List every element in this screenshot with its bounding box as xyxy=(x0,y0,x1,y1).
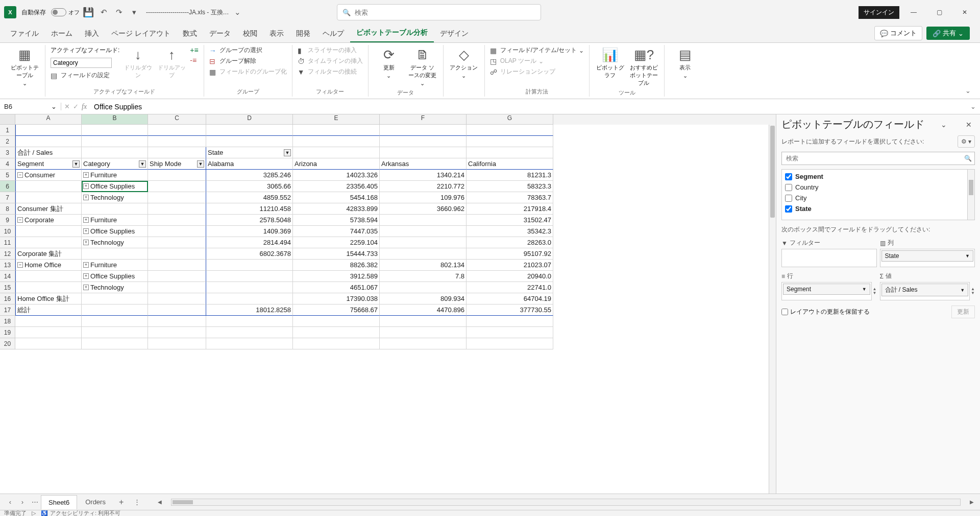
pivot-value[interactable]: 23356.405 xyxy=(293,181,380,192)
tab-data[interactable]: データ xyxy=(203,25,237,42)
scroll-thumb[interactable] xyxy=(770,126,775,218)
expand-icon[interactable]: + xyxy=(83,183,89,189)
dropzone-item[interactable]: State▼ xyxy=(881,250,974,262)
expand-icon[interactable]: + xyxy=(83,240,89,245)
cell[interactable] xyxy=(148,237,206,248)
share-button[interactable]: 🔗共有⌄ xyxy=(926,27,970,40)
col-header[interactable]: C xyxy=(148,114,206,125)
pivot-value[interactable]: 4651.067 xyxy=(293,282,380,293)
tab-options-icon[interactable]: ⋮ xyxy=(129,498,145,506)
pivot-value[interactable]: 217918.4 xyxy=(467,203,553,215)
field-checkbox[interactable] xyxy=(785,184,792,191)
cell[interactable] xyxy=(82,147,148,158)
pivot-value[interactable]: 64704.19 xyxy=(467,293,553,304)
field-row[interactable]: Segment xyxy=(782,171,967,182)
cell[interactable] xyxy=(15,136,82,147)
cell[interactable] xyxy=(148,136,206,147)
pivot-segment[interactable]: −Corporate xyxy=(15,215,82,226)
pivot-segment[interactable]: Corporate 集計 xyxy=(15,248,82,260)
cell[interactable] xyxy=(148,226,206,237)
sheet-prev-icon[interactable]: ‹ xyxy=(4,498,16,506)
pivot-value[interactable]: 3660.962 xyxy=(380,203,467,215)
row-header[interactable]: 13 xyxy=(0,260,15,271)
pivot-value[interactable]: 18012.8258 xyxy=(206,304,293,316)
pivot-value[interactable]: 14023.326 xyxy=(293,170,380,181)
row-header[interactable]: 18 xyxy=(0,316,15,327)
cell[interactable] xyxy=(148,293,206,304)
actions-button[interactable]: ◇アクション⌄ xyxy=(449,46,479,80)
minimize-icon[interactable]: ― xyxy=(902,4,925,20)
filter-drop-icon[interactable]: ▼ xyxy=(197,160,204,168)
col-header[interactable]: E xyxy=(293,114,380,125)
pivot-category[interactable]: +Office Supplies xyxy=(82,226,148,237)
cell[interactable] xyxy=(380,136,467,147)
pivot-segment[interactable]: Home Office 集計 xyxy=(15,293,82,304)
pivot-value[interactable]: 3912.589 xyxy=(293,271,380,282)
pivot-value[interactable]: 7.8 xyxy=(380,271,467,282)
pivot-segment[interactable] xyxy=(15,226,82,237)
pivot-value[interactable]: 2814.494 xyxy=(206,237,293,248)
cell[interactable] xyxy=(467,125,553,136)
cell[interactable] xyxy=(82,327,148,338)
collapse-icon[interactable]: − xyxy=(17,217,23,223)
cell[interactable] xyxy=(148,203,206,215)
rows-dropzone[interactable]: ≡行 Segment▼ ▲▼ xyxy=(781,270,877,300)
pivot-value[interactable] xyxy=(380,226,467,237)
cell[interactable] xyxy=(206,125,293,136)
pivot-col-field[interactable]: State ▼ xyxy=(206,147,293,158)
row-header[interactable]: 12 xyxy=(0,248,15,260)
cell[interactable] xyxy=(148,248,206,260)
pivot-value[interactable]: 20940.0 xyxy=(467,271,553,282)
pivot-value[interactable]: 5738.594 xyxy=(293,215,380,226)
pivot-row-field[interactable]: Ship Mode ▼ xyxy=(148,158,206,170)
dropzone-item[interactable]: Segment▼ xyxy=(783,284,870,295)
undo-icon[interactable]: ↶ xyxy=(97,6,110,19)
pivot-value[interactable]: 28263.0 xyxy=(467,237,553,248)
pivot-value[interactable] xyxy=(380,215,467,226)
pivot-value[interactable]: 2259.104 xyxy=(293,237,380,248)
pivot-value[interactable]: 75668.67 xyxy=(293,304,380,316)
expand-icon[interactable]: + xyxy=(83,285,89,290)
pivot-value[interactable]: 3065.66 xyxy=(206,181,293,192)
tab-insert[interactable]: 挿入 xyxy=(79,25,105,42)
close-icon[interactable]: ✕ xyxy=(953,4,976,20)
pivot-category[interactable]: +Furniture xyxy=(82,215,148,226)
cell[interactable] xyxy=(293,136,380,147)
pivot-col-label[interactable]: Alabama xyxy=(206,158,293,170)
pivot-value[interactable] xyxy=(206,271,293,282)
pivot-category[interactable]: +Furniture xyxy=(82,260,148,271)
sheet-tab[interactable]: Orders xyxy=(78,495,113,509)
expand-icon[interactable]: +≡ xyxy=(190,46,198,54)
pivot-value[interactable]: 4470.896 xyxy=(380,304,467,316)
pivot-value[interactable]: 377730.55 xyxy=(467,304,553,316)
pivot-value[interactable]: 21023.07 xyxy=(467,260,553,271)
pivot-row-field[interactable]: Segment ▼ xyxy=(15,158,82,170)
pivot-value[interactable]: 81231.3 xyxy=(467,170,553,181)
pivot-value[interactable]: 1409.369 xyxy=(206,226,293,237)
cell[interactable] xyxy=(82,125,148,136)
ribbon-collapse-icon[interactable]: ⌄ xyxy=(960,85,976,97)
dropzone-item[interactable]: 合計 / Sales▼ xyxy=(881,284,969,296)
cell[interactable] xyxy=(380,327,467,338)
tab-design[interactable]: デザイン xyxy=(434,25,475,42)
cell[interactable] xyxy=(148,282,206,293)
tab-page-layout[interactable]: ページ レイアウト xyxy=(105,25,177,42)
pivot-category[interactable] xyxy=(82,248,148,260)
comments-button[interactable]: 💬コメント xyxy=(874,26,922,40)
pivot-value[interactable]: 1340.214 xyxy=(380,170,467,181)
confirm-icon[interactable]: ✓ xyxy=(73,103,79,110)
tab-formulas[interactable]: 数式 xyxy=(177,25,203,42)
pivot-segment[interactable] xyxy=(15,192,82,203)
cell[interactable] xyxy=(148,316,206,327)
ungroup-button[interactable]: ⊟グループ解除 xyxy=(209,57,287,65)
tab-review[interactable]: 校閲 xyxy=(237,25,263,42)
tab-file[interactable]: ファイル xyxy=(4,25,45,42)
cell[interactable] xyxy=(293,316,380,327)
pivot-measure-label[interactable]: 合計 / Sales xyxy=(15,147,82,158)
horizontal-scrollbar[interactable] xyxy=(171,499,961,506)
row-header[interactable]: 17 xyxy=(0,304,15,316)
cell[interactable] xyxy=(15,338,82,349)
cell[interactable] xyxy=(148,147,206,158)
pivot-value[interactable]: 2578.5048 xyxy=(206,215,293,226)
row-header[interactable]: 19 xyxy=(0,327,15,338)
